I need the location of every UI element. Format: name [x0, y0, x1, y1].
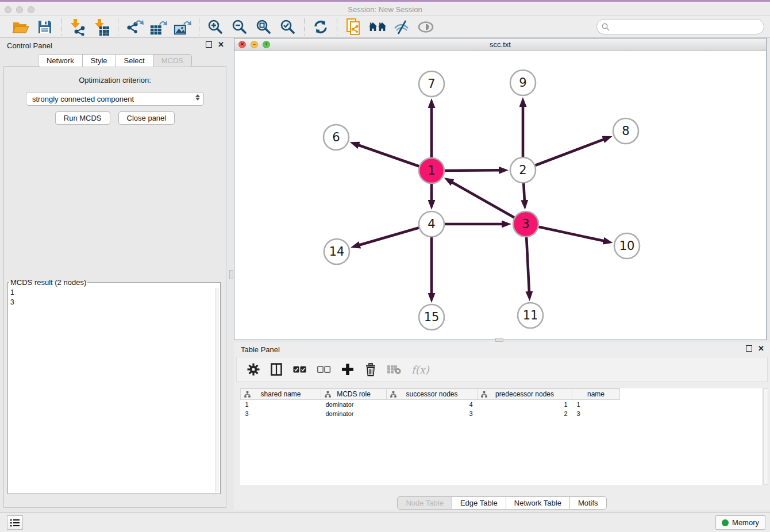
control-panel: Control Panel ✕ NetworkStyleSelectMCDS O… — [0, 38, 230, 510]
table-cell[interactable]: 3 — [241, 409, 321, 418]
network-graph[interactable]: 7968124314101511 — [234, 51, 766, 340]
tab-node-table[interactable]: Node Table — [397, 496, 452, 510]
mcds-result-box: MCDS result (2 nodes) 13 — [7, 278, 221, 494]
table-toolbar: f(x) — [236, 357, 768, 382]
open-folder-icon[interactable] — [11, 18, 30, 36]
table-panel-title: Table Panel — [241, 345, 280, 354]
graph-node-label: 7 — [428, 77, 435, 91]
refresh-icon[interactable] — [311, 18, 330, 36]
network-view-window: ✕ − + scc.txt 7968124314101511 — [234, 38, 767, 340]
show-columns-icon[interactable] — [270, 362, 283, 377]
title-bar: Session: New Session — [0, 0, 770, 16]
export-image-icon[interactable] — [174, 18, 192, 36]
memory-button[interactable]: Memory — [715, 515, 765, 530]
session-title: Session: New Session — [0, 5, 770, 14]
search-field[interactable] — [596, 19, 764, 34]
delete-column-trash-icon[interactable] — [364, 362, 377, 377]
zoom-selected-icon[interactable] — [279, 18, 297, 36]
tab-mcds[interactable]: MCDS — [153, 54, 192, 67]
panel-splitter-handle[interactable] — [229, 270, 233, 279]
table-float-icon[interactable] — [746, 345, 752, 352]
tab-network[interactable]: Network — [38, 54, 83, 67]
float-panel-icon[interactable] — [206, 41, 212, 48]
table-cell[interactable]: 1 — [241, 400, 321, 409]
network-window-titlebar[interactable]: ✕ − + scc.txt — [234, 38, 766, 51]
memory-status-icon — [722, 519, 729, 526]
control-panel-tabs: NetworkStyleSelectMCDS — [0, 54, 230, 67]
table-cell[interactable]: dominator — [321, 400, 387, 409]
list-icon — [10, 519, 20, 527]
graph-node-label: 6 — [332, 130, 340, 144]
graph-node-label: 1 — [428, 164, 435, 178]
home-neighbors-icon[interactable] — [368, 18, 387, 36]
table-close-icon[interactable]: ✕ — [758, 345, 764, 352]
status-bar: Memory — [0, 512, 770, 532]
create-column-icon[interactable] — [341, 362, 354, 377]
table-cell[interactable]: dominator — [321, 409, 387, 418]
table-row[interactable]: 1dominator411 — [241, 400, 620, 409]
search-icon — [602, 23, 610, 31]
deselect-all-columns-icon[interactable] — [317, 362, 331, 377]
table-scrollbar[interactable] — [763, 388, 768, 485]
result-scrollbar[interactable] — [215, 288, 219, 492]
table-cell[interactable]: 4 — [387, 400, 478, 409]
node-table[interactable]: shared nameMCDS rolesuccessor nodesprede… — [240, 388, 762, 485]
mcds-result-title: MCDS result (2 nodes) — [9, 278, 87, 287]
close-panel-icon[interactable]: ✕ — [218, 41, 224, 48]
import-table-icon[interactable] — [93, 18, 111, 36]
tab-select[interactable]: Select — [116, 54, 153, 67]
graph-node-label: 14 — [329, 245, 345, 259]
graph-node-label: 15 — [424, 310, 440, 324]
graph-node-label: 10 — [619, 239, 635, 253]
zoom-fit-icon[interactable] — [255, 18, 273, 36]
function-builder-icon[interactable]: f(x) — [411, 362, 429, 377]
tab-edge-table[interactable]: Edge Table — [452, 496, 506, 510]
table-settings-gear-icon[interactable] — [247, 362, 260, 377]
mcds-tab-content: Optimization criterion: strongly connect… — [3, 66, 226, 508]
delete-table-icon[interactable] — [387, 362, 401, 377]
column-header-successor-nodes[interactable]: successor nodes — [387, 389, 478, 400]
table-cell[interactable]: 1 — [572, 400, 620, 409]
criterion-dropdown-value: strongly connected component — [32, 95, 134, 103]
search-input[interactable] — [613, 21, 764, 33]
column-header-predecessor-nodes[interactable]: predecessor nodes — [478, 389, 572, 400]
graph-node-label: 8 — [622, 124, 629, 138]
table-cell[interactable]: 2 — [478, 409, 572, 418]
export-table-icon[interactable] — [149, 18, 168, 36]
optimization-criterion-label: Optimization criterion: — [4, 76, 226, 84]
task-history-button[interactable] — [7, 515, 23, 530]
hide-eye-slash-icon[interactable] — [392, 18, 411, 36]
column-header-name[interactable]: name — [572, 389, 620, 400]
zoom-out-icon[interactable] — [230, 18, 249, 36]
save-icon[interactable] — [36, 18, 54, 36]
dropdown-stepper-icon — [195, 94, 200, 101]
result-line: 3 — [10, 298, 214, 307]
table-row[interactable]: 3dominator323 — [241, 409, 620, 418]
tab-network-table[interactable]: Network Table — [506, 496, 570, 510]
run-mcds-button[interactable]: Run MCDS — [55, 111, 110, 125]
close-panel-button[interactable]: Close panel — [118, 111, 175, 125]
result-line: 1 — [10, 288, 214, 298]
copy-network-icon[interactable] — [344, 18, 363, 36]
show-eye-icon[interactable] — [417, 18, 435, 36]
table-cell[interactable]: 1 — [478, 400, 572, 409]
control-panel-title: Control Panel — [7, 41, 52, 50]
tab-style[interactable]: Style — [82, 54, 116, 67]
table-splitter-handle[interactable] — [495, 338, 503, 342]
tab-motifs[interactable]: Motifs — [569, 496, 607, 510]
table-cell[interactable]: 3 — [387, 409, 478, 418]
column-header-MCDS-role[interactable]: MCDS role — [321, 389, 387, 400]
network-window-title: scc.txt — [234, 40, 766, 49]
graph-node-label: 11 — [523, 309, 538, 322]
import-network-icon[interactable] — [68, 18, 87, 36]
select-all-columns-icon[interactable] — [293, 362, 307, 377]
network-canvas[interactable]: 7968124314101511 — [234, 51, 766, 340]
mcds-result-lines[interactable]: 13 — [10, 288, 214, 492]
export-network-icon[interactable] — [125, 18, 144, 36]
column-header-shared-name[interactable]: shared name — [241, 389, 321, 400]
zoom-in-icon[interactable] — [206, 18, 225, 36]
table-cell[interactable]: 3 — [572, 409, 620, 418]
criterion-dropdown[interactable]: strongly connected component — [26, 92, 204, 106]
application-window: Session: New Session — [0, 0, 770, 532]
main-toolbar — [0, 16, 770, 38]
